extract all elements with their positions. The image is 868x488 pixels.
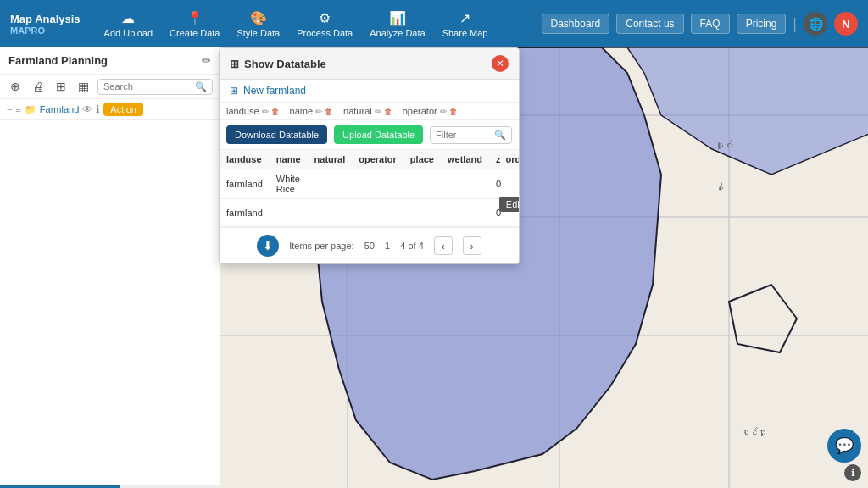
nav-share-map[interactable]: ↗ Share Map <box>436 7 495 42</box>
svg-marker-8 <box>729 285 797 352</box>
col-header-name: name ✏ 🗑 <box>290 106 334 116</box>
toolbar-btn-print[interactable]: 🖨 <box>29 78 47 95</box>
chat-button[interactable]: 💬 <box>827 429 861 463</box>
breadcrumb-equals[interactable]: ≡ <box>15 104 20 114</box>
create-data-icon: 📍 <box>186 10 203 26</box>
cell-place-1 <box>403 169 441 199</box>
filter-box: 🔍 <box>430 126 512 144</box>
nav-style-data-label: Style Data <box>236 28 280 38</box>
cell-name-2 <box>270 199 308 227</box>
globe-icon[interactable]: 🌐 <box>804 12 827 36</box>
th-operator: operator <box>352 150 403 169</box>
nav-divider: | <box>793 15 797 33</box>
filter-input[interactable] <box>436 130 494 140</box>
process-data-icon: ⚙ <box>319 10 331 26</box>
cell-wetland-2 <box>441 199 489 227</box>
col-header-natural: natural ✏ 🗑 <box>343 106 392 116</box>
col-del-natural[interactable]: 🗑 <box>384 107 392 116</box>
nav-process-data-label: Process Data <box>297 28 353 38</box>
breadcrumb-minus[interactable]: − <box>7 104 12 114</box>
faq-button[interactable]: FAQ <box>691 14 730 34</box>
nav-create-data[interactable]: 📍 Create Data <box>163 7 226 42</box>
nav-style-data[interactable]: 🎨 Style Data <box>230 7 287 42</box>
upload-datatable-button[interactable]: Upload Datatable <box>334 125 423 144</box>
cell-z-order-2: 0 <box>489 199 519 227</box>
col-edit-landuse[interactable]: ✏ <box>262 107 269 116</box>
page-next-button[interactable]: › <box>463 236 481 255</box>
brand: Map Analysis MAPRO <box>10 13 81 36</box>
nav-share-map-label: Share Map <box>442 28 488 38</box>
toolbar-btn-layers[interactable]: ⊞ <box>53 78 70 95</box>
panel-edit-icon[interactable]: ✏ <box>202 54 211 67</box>
user-avatar[interactable]: N <box>834 12 858 36</box>
col-edit-name[interactable]: ✏ <box>315 107 322 116</box>
nav-add-upload[interactable]: ☁ Add Upload <box>97 7 160 42</box>
cell-place-2 <box>403 199 441 227</box>
col-header-landuse: landuse ✏ 🗑 <box>226 106 280 116</box>
th-natural: natural <box>308 150 353 169</box>
col-edit-operator[interactable]: ✏ <box>440 107 447 116</box>
col-del-landuse[interactable]: 🗑 <box>271 107 280 116</box>
analyze-data-icon: 📊 <box>389 10 406 26</box>
page-prev-button[interactable]: ‹ <box>434 236 453 255</box>
col-del-name[interactable]: 🗑 <box>325 107 333 116</box>
brand-sub: MAPRO <box>10 25 45 36</box>
items-per-page-label: Items per page: <box>289 241 353 251</box>
panel-header: Farmland Planning ✏ <box>0 47 220 75</box>
progress-bar-fill <box>0 485 120 488</box>
cell-natural-1 <box>308 169 353 199</box>
add-upload-icon: ☁ <box>121 10 135 26</box>
table-body: farmland White Rice 0 ✏ 🔍 <box>220 169 519 227</box>
breadcrumb-folder-icon: 📁 <box>25 104 36 115</box>
modal-toolbar: Download Datatable Upload Datatable 🔍 <box>220 120 519 150</box>
cell-operator-1 <box>352 169 403 199</box>
breadcrumb-info-icon[interactable]: ℹ <box>96 103 100 115</box>
contact-button[interactable]: Contact us <box>616 14 683 34</box>
cell-landuse-1: farmland <box>220 169 270 199</box>
table-head: landuse name natural operator place wetl… <box>220 150 519 169</box>
th-wetland: wetland <box>441 150 489 169</box>
cell-wetland-1 <box>441 169 489 199</box>
toolbar-btn-table[interactable]: ▦ <box>75 78 92 95</box>
filter-search-icon: 🔍 <box>494 130 506 141</box>
map-label-3: ပၢင်ႇၵႃႇ <box>741 428 766 437</box>
modal-close-button[interactable]: ✕ <box>492 55 509 72</box>
map-info-button[interactable]: ℹ <box>844 464 861 481</box>
map-search-box: 🔍 <box>97 79 213 95</box>
nav-analyze-data[interactable]: 📊 Analyze Data <box>363 7 431 42</box>
toolbar-btn-move[interactable]: ⊕ <box>7 78 24 95</box>
main-area: Farmland Planning ✏ ⊕ 🖨 ⊞ ▦ 🔍 − ≡ 📁 Farm… <box>0 47 868 488</box>
download-datatable-button[interactable]: Download Datatable <box>226 125 327 144</box>
nav-process-data[interactable]: ⚙ Process Data <box>290 7 359 42</box>
dashboard-button[interactable]: Dashboard <box>542 14 610 34</box>
action-button[interactable]: Action <box>103 103 143 116</box>
data-table: landuse name natural operator place wetl… <box>220 150 519 227</box>
pricing-button[interactable]: Pricing <box>737 14 787 34</box>
cell-operator-2 <box>352 199 403 227</box>
nav-create-data-label: Create Data <box>170 28 220 38</box>
cell-name-1: White Rice <box>270 169 308 199</box>
modal-body: ⊞ New farmland landuse ✏ 🗑 name ✏ 🗑 natu… <box>220 80 519 263</box>
progress-bar-container <box>0 485 220 488</box>
col-edit-natural[interactable]: ✏ <box>375 107 381 116</box>
modal-title: ⊞ Show Datatable <box>230 58 326 70</box>
th-name: name <box>270 150 308 169</box>
table-row: farmland 0 ✏ 🔍 🗑 <box>220 199 519 227</box>
brand-title: Map Analysis <box>10 13 81 25</box>
col-del-operator[interactable]: 🗑 <box>449 107 458 116</box>
th-landuse: landuse <box>220 150 270 169</box>
breadcrumb-farmland[interactable]: Farmland <box>40 104 79 114</box>
table-row: farmland White Rice 0 ✏ 🔍 <box>220 169 519 199</box>
page-down-button[interactable]: ⬇ <box>257 235 279 257</box>
nav-right: Dashboard Contact us FAQ Pricing | 🌐 N <box>542 12 858 36</box>
new-record-row[interactable]: ⊞ New farmland <box>220 80 519 103</box>
col-header-operator: operator ✏ 🗑 <box>403 106 458 116</box>
cell-z-order-1: 0 <box>489 169 519 199</box>
panel-toolbar: ⊕ 🖨 ⊞ ▦ 🔍 <box>0 75 220 99</box>
left-panel: Farmland Planning ✏ ⊕ 🖨 ⊞ ▦ 🔍 − ≡ 📁 Farm… <box>0 47 220 488</box>
th-place: place <box>403 150 441 169</box>
th-z-order: z_order <box>489 150 519 169</box>
breadcrumb-eye-icon[interactable]: 👁 <box>82 103 92 115</box>
map-label-2: ၵၢႆႇ <box>715 183 724 192</box>
map-search-input[interactable] <box>103 81 195 92</box>
